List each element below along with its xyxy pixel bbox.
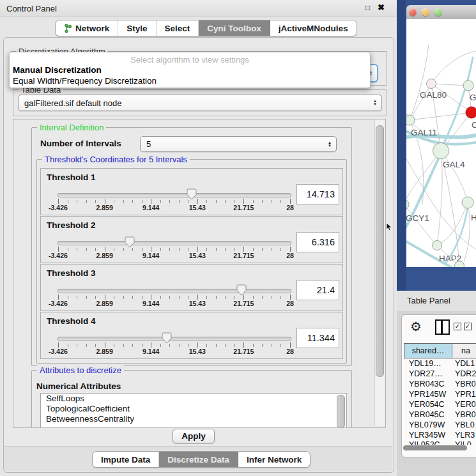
tab-select[interactable]: Select	[157, 20, 199, 36]
table-cell[interactable]: YER054C	[409, 400, 451, 411]
threshold-1-label: Threshold 1	[47, 173, 96, 182]
checkbox-icon[interactable]: ✓	[464, 323, 472, 330]
threshold-1-panel: Threshold 1 -3.426 2.859 9.144 15.43 21.…	[40, 168, 343, 215]
node-label: HAP2	[439, 254, 461, 263]
table-cell[interactable]: YDR2	[455, 369, 476, 380]
node-gcy1[interactable]	[406, 199, 409, 210]
gear-icon[interactable]: ⚙	[410, 319, 422, 334]
network-graph: GAL80 GA C GAL11 GAL4 GCY1 H HAP2	[406, 19, 476, 267]
control-panel-tabbar: Network Style Select Cyni Toolbox jActiv…	[55, 20, 357, 36]
algorithm-dropdown-popup: Select algorithm to view settings Manual…	[9, 52, 371, 88]
table-cell[interactable]: YIL0	[455, 440, 476, 445]
threshold-3-value-field[interactable]: 21.4	[296, 280, 339, 300]
network-view-canvas[interactable]: GAL80 GA C GAL11 GAL4 GCY1 H HAP2	[406, 19, 476, 267]
apply-button[interactable]: Apply	[173, 429, 215, 443]
table-data-value: galFiltered.sif default node	[24, 98, 121, 108]
attributes-group-title: Attributes to discretize	[37, 365, 124, 375]
slider-tick-labels: -3.426 2.859 9.144 15.43 21.715 28	[58, 300, 290, 307]
threshold-4-slider-track[interactable]	[58, 337, 291, 341]
threshold-1-slider-track[interactable]	[58, 193, 291, 197]
list-item[interactable]: BetweennessCentrality	[41, 414, 346, 424]
node-top-right[interactable]	[463, 81, 473, 91]
combo-arrows-icon: ▲▼	[373, 100, 377, 106]
dropdown-item-manual-discretization[interactable]: Manual Discretization	[10, 65, 370, 75]
settings-viewport: Interval Definition Number of Intervals …	[13, 119, 386, 428]
split-columns-icon[interactable]	[435, 319, 450, 335]
threshold-3-label: Threshold 3	[47, 268, 96, 278]
close-icon[interactable]: ✖	[378, 3, 385, 12]
table-data-combobox[interactable]: galFiltered.sif default node ▲▼	[18, 95, 382, 111]
slider-tick-labels: -3.426 2.859 9.144 15.43 21.715 28	[58, 348, 290, 355]
node-label: GAL4	[443, 160, 465, 169]
node-label: GAL11	[411, 128, 437, 137]
table-cell[interactable]: YPR145W	[409, 390, 451, 401]
tab-cyni-toolbox[interactable]: Cyni Toolbox	[199, 20, 270, 36]
column-header-name[interactable]: na	[452, 343, 476, 358]
table-cell[interactable]: YBR0	[455, 410, 476, 421]
threshold-4-panel: Threshold 4 -3.426 2.859 9.144 15.43 21.…	[40, 312, 343, 359]
screenshot-root: { "control_panel": { "title": "Control P…	[0, 0, 476, 476]
node-hap2[interactable]	[433, 241, 442, 250]
node-label: H	[471, 213, 476, 222]
table-cell[interactable]: YBL0	[455, 420, 476, 431]
tab-discretize-data[interactable]: Discretize Data	[159, 452, 238, 467]
control-panel-title: Control Panel	[6, 4, 57, 13]
tab-jactivemnodules[interactable]: jActiveMNodules	[270, 20, 357, 36]
threshold-4-label: Threshold 4	[47, 316, 96, 326]
threshold-1-value-field[interactable]: 14.713	[296, 184, 339, 204]
table-cell[interactable]: YBR045C	[409, 410, 451, 421]
node-gal80[interactable]	[427, 79, 436, 89]
tab-style[interactable]: Style	[118, 20, 156, 36]
dropdown-item-equal-width[interactable]: Equal Width/Frequency Discretization	[10, 75, 370, 86]
window-zoom-icon[interactable]	[434, 8, 442, 16]
tab-network-label: Network	[75, 24, 109, 33]
combo-arrows-icon: ▲▼	[328, 141, 332, 148]
control-panel-titlebar	[0, 0, 397, 17]
table-panel-title: Table Panel	[407, 296, 450, 305]
threshold-2-slider-track[interactable]	[58, 241, 291, 245]
number-of-intervals-value: 5	[146, 139, 151, 149]
table-cell[interactable]: YIL052C	[409, 440, 451, 445]
threshold-2-label: Threshold 2	[47, 220, 96, 230]
table-cell[interactable]: YPR1	[455, 390, 476, 401]
network-window-titlebar[interactable]	[406, 5, 476, 20]
tab-infer-network[interactable]: Infer Network	[238, 452, 310, 467]
node-h[interactable]	[462, 197, 473, 208]
table-horizontal-scrollbar[interactable]	[403, 445, 467, 450]
slider-major-ticks	[58, 295, 291, 300]
list-item[interactable]: TopologicalCoefficient	[41, 404, 346, 414]
checkbox-icon[interactable]: ✓	[454, 323, 461, 330]
threshold-4-value-field[interactable]: 11.344	[296, 328, 339, 348]
table-cell[interactable]: YDL19…	[409, 359, 451, 370]
tab-network[interactable]: Network	[56, 20, 118, 36]
table-cell[interactable]: YBL079W	[409, 420, 451, 431]
settings-scrollbar-thumb[interactable]	[376, 125, 384, 377]
node-gal4[interactable]	[433, 143, 449, 159]
dropdown-placeholder-item[interactable]: Select algorithm to view settings	[10, 52, 370, 65]
node-gal11[interactable]	[406, 115, 415, 125]
threshold-3-panel: Threshold 3 -3.426 2.859 9.144 15.43 21.…	[40, 264, 343, 311]
column-header-shared-name[interactable]: shared…	[404, 343, 452, 358]
table-cell[interactable]: YBR043C	[409, 380, 451, 390]
threshold-2-value-field[interactable]: 6.316	[296, 232, 339, 252]
float-window-icon[interactable]: □	[365, 3, 370, 12]
window-close-icon[interactable]	[409, 8, 417, 16]
list-scrollbar[interactable]	[337, 395, 345, 428]
tab-impute-data[interactable]: Impute Data	[93, 452, 159, 467]
mouse-cursor	[386, 222, 393, 231]
desktop-background-edge	[397, 0, 406, 291]
table-cell[interactable]: YDR27…	[409, 369, 451, 380]
network-icon	[64, 24, 72, 33]
interval-definition-title: Interval Definition	[37, 123, 106, 132]
list-item[interactable]: SelfLoops	[41, 394, 346, 404]
table-cell[interactable]: YBR0	[455, 380, 476, 390]
number-of-intervals-combobox[interactable]: 5 ▲▼	[140, 136, 337, 152]
threshold-3-slider-track[interactable]	[58, 289, 291, 293]
node-selected-red[interactable]	[466, 107, 476, 118]
number-of-intervals-label: Number of Intervals	[40, 139, 121, 148]
table-cell[interactable]: YER0	[455, 400, 476, 411]
table-cell[interactable]: YDL1	[455, 359, 476, 370]
window-minimize-icon[interactable]	[422, 8, 429, 16]
slider-tick-labels: -3.426 2.859 9.144 15.43 21.715 28	[58, 204, 290, 211]
numerical-attributes-heading: Numerical Attributes	[36, 381, 121, 391]
